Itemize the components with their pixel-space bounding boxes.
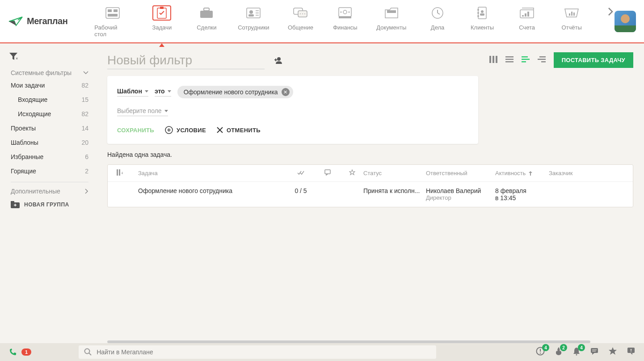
sidebar-item-inbox[interactable]: Входящие 15 [0,92,99,107]
sidebar-item-urgent[interactable]: Горящие 2 [0,164,99,178]
filter-icon[interactable]: × [0,52,99,67]
select-field-label: Выберите поле [117,107,162,114]
nav-more-icon[interactable] [607,5,615,38]
svg-point-16 [300,13,301,14]
nav-desktop[interactable]: Рабочий стол [94,5,130,38]
feedback-icon[interactable] [627,347,635,357]
view-list-left-icon[interactable] [522,56,530,64]
col-header-activity[interactable]: Активность [495,170,549,176]
col-header-task[interactable]: Задача [130,170,287,176]
content-area: Новый фильтр ПОСТАВИТЬ ЗАДАЧУ Шаблон это [99,43,644,343]
bell-notification[interactable]: 4 [572,347,581,357]
user-avatar[interactable] [615,11,636,32]
phone-notification[interactable]: 1 [9,348,31,356]
col-header-check-icon[interactable] [287,170,314,176]
search-bar[interactable] [79,345,436,359]
sidebar-label: Мои задачи [11,82,45,89]
select-field-dropdown[interactable]: Выберите поле [117,107,168,116]
sidebar: × Системные фильтры Мои задачи 82 Входящ… [0,43,99,343]
svg-rect-3 [108,14,118,17]
sidebar-label: Проекты [11,125,36,132]
view-list-icon[interactable] [505,56,514,64]
filter-title[interactable]: Новый фильтр [107,53,265,67]
cell-task: Оформление нового сотрудника [130,187,287,194]
svg-rect-49 [492,56,494,63]
nav-cases[interactable]: Дела [424,5,451,38]
cancel-button[interactable]: ОТМЕНИТЬ [217,127,261,134]
staff-icon [244,5,263,21]
table-row[interactable]: Оформление нового сотрудника 0 / 5 Приня… [108,182,633,207]
nav-chat[interactable]: Общение [287,5,314,38]
search-input[interactable] [97,348,431,356]
svg-rect-51 [505,56,514,58]
filter-operator-label: это [155,88,165,95]
caret-down-icon [145,90,148,92]
add-condition-button[interactable]: УСЛОВИЕ [165,126,206,134]
nav-tasks[interactable]: Задачи [148,5,175,38]
chip-label: Оформление нового сотрудника [184,88,278,96]
svg-rect-56 [522,61,526,63]
svg-rect-32 [480,13,484,16]
sidebar-count: 6 [85,153,88,160]
nav-clients[interactable]: Клиенты [469,5,496,38]
sidebar-item-projects[interactable]: Проекты 14 [0,121,99,135]
view-list-right-icon[interactable] [538,56,546,64]
svg-rect-52 [505,59,514,60]
svg-point-18 [304,13,305,14]
view-columns-icon[interactable] [489,56,497,65]
svg-rect-2 [114,9,118,12]
sidebar-item-outbox[interactable]: Исходящие 82 [0,107,99,121]
sidebar-item-favorites[interactable]: Избранные 6 [0,150,99,164]
filter-field-select[interactable]: Шаблон [117,88,148,97]
col-header-customer[interactable]: Заказчик [549,170,624,176]
col-header-status[interactable]: Статус [363,170,426,176]
col-header-chat-icon[interactable] [314,169,341,177]
sidebar-additional[interactable]: Дополнительные [0,186,99,197]
create-task-button[interactable]: ПОСТАВИТЬ ЗАДАЧУ [554,52,633,68]
chip-remove-icon[interactable]: ✕ [282,88,290,96]
nav-label: Отчёты [561,24,581,31]
logo[interactable]: Мегаплан [8,16,67,27]
svg-rect-20 [339,17,351,18]
nav-finance[interactable]: Финансы [332,5,358,38]
nav-reports[interactable]: Отчёты [558,5,585,38]
column-settings-icon[interactable]: + [117,169,130,177]
tasks-table: + Задача Статус Ответственный Активность… [107,164,633,207]
svg-rect-35 [525,13,526,17]
filter-operator-select[interactable]: это [155,88,171,97]
svg-point-9 [249,10,253,14]
svg-point-80 [631,352,631,353]
message-icon[interactable] [590,347,598,357]
sidebar-count: 14 [81,125,88,132]
logo-text: Мегаплан [27,16,67,26]
add-people-icon[interactable] [274,57,283,64]
new-group-button[interactable]: НОВАЯ ГРУППА [0,197,99,213]
nav-documents[interactable]: Документы [376,5,406,38]
nav-bills[interactable]: Счета [514,5,540,38]
sidebar-system-filters[interactable]: Системные фильтры [0,67,99,78]
fire-notification[interactable]: 2 [555,347,563,357]
sidebar-item-mytasks[interactable]: Мои задачи 82 [0,78,99,92]
svg-rect-42 [11,201,14,203]
svg-point-73 [540,353,541,353]
col-header-responsible[interactable]: Ответственный [426,170,495,176]
svg-point-45 [277,57,281,61]
nav-staff[interactable]: Сотрудники [238,5,269,38]
col-header-star-icon[interactable] [341,169,363,177]
caret-down-icon [168,90,171,92]
nav-deals[interactable]: Сделки [193,5,220,38]
svg-rect-57 [539,56,546,58]
svg-point-28 [477,9,479,11]
deals-icon [197,5,216,21]
sort-up-icon [528,171,533,176]
save-button[interactable]: СОХРАНИТЬ [117,127,154,134]
phone-icon [9,348,17,356]
chevron-down-icon [83,71,88,75]
sidebar-item-templates[interactable]: Шаблоны 20 [0,135,99,150]
svg-rect-33 [520,10,534,18]
star-icon[interactable] [608,347,617,357]
sidebar-count: 2 [85,168,88,175]
svg-text:×: × [16,56,18,60]
filter-panel: Шаблон это Оформление нового сотрудника … [107,76,478,144]
alert-notification[interactable]: 4 [536,347,545,357]
